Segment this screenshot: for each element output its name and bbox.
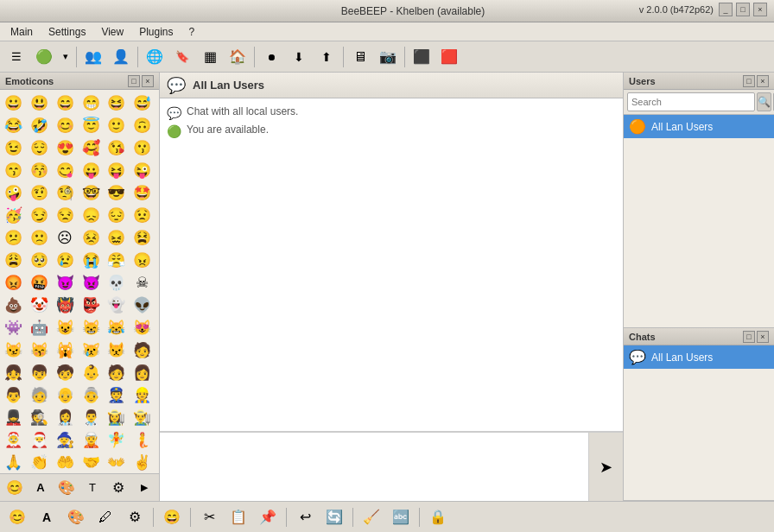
- emoji-cell[interactable]: 🤝: [80, 452, 102, 473]
- emoji-cell[interactable]: 😼: [3, 339, 24, 361]
- emoji-cell[interactable]: 👷: [131, 384, 153, 406]
- emoji-cell[interactable]: 🥳: [3, 205, 24, 226]
- emoji-cell[interactable]: 🤲: [54, 452, 76, 473]
- qr-button[interactable]: ⬛: [409, 44, 435, 70]
- emoji-cell[interactable]: 😏: [29, 205, 50, 226]
- emoji-cell[interactable]: 😍: [54, 137, 76, 159]
- statusbar-undo-button[interactable]: ↩: [293, 505, 317, 529]
- emoji-cell[interactable]: 🧑: [105, 362, 127, 383]
- emoji-cell[interactable]: 😊: [54, 115, 76, 136]
- emoji-cell[interactable]: 🙀: [54, 339, 76, 361]
- settings-tab-button[interactable]: ⚙: [107, 476, 130, 500]
- emoji-cell[interactable]: 👶: [80, 362, 102, 383]
- statusbar-clear-button[interactable]: 🧹: [359, 505, 384, 529]
- home-button[interactable]: 🏠: [225, 44, 251, 70]
- emoji-cell[interactable]: 😄: [54, 92, 76, 114]
- menu-plugins[interactable]: Plugins: [132, 24, 180, 40]
- emoji-cell[interactable]: 👨: [3, 384, 24, 406]
- emoji-cell[interactable]: 😋: [54, 160, 76, 181]
- emoji-cell[interactable]: 🙃: [131, 115, 153, 136]
- emoji-cell[interactable]: 🤩: [131, 182, 153, 204]
- status-dropdown-button[interactable]: ▾: [59, 44, 73, 70]
- emoji-cell[interactable]: 😗: [131, 137, 153, 159]
- emoji-cell[interactable]: 👮: [105, 384, 127, 406]
- statusbar-color-button[interactable]: 🎨: [64, 505, 88, 529]
- emoji-cell[interactable]: 👐: [105, 452, 127, 473]
- emoji-cell[interactable]: 😇: [80, 115, 102, 136]
- download-button[interactable]: ⬇: [286, 44, 312, 70]
- emoji-cell[interactable]: ☹: [54, 227, 76, 249]
- menu-settings[interactable]: Settings: [41, 24, 92, 40]
- menu-help[interactable]: ?: [182, 24, 202, 40]
- tetris-button[interactable]: 🟥: [436, 44, 462, 70]
- chat-input[interactable]: [160, 433, 588, 501]
- status-online-button[interactable]: 🟢: [31, 44, 57, 70]
- record-button[interactable]: ⏺: [258, 44, 284, 70]
- statusbar-copy-button[interactable]: 📋: [226, 505, 251, 529]
- emoji-cell[interactable]: 😻: [131, 317, 153, 339]
- users-close-button[interactable]: ×: [757, 75, 769, 87]
- emoji-cell[interactable]: 😂: [3, 115, 24, 136]
- emoji-cell[interactable]: 👵: [80, 384, 102, 406]
- close-button[interactable]: ×: [753, 3, 767, 16]
- emoji-cell[interactable]: 😿: [80, 339, 102, 361]
- chats-close-button[interactable]: ×: [757, 331, 769, 343]
- emoji-cell[interactable]: 😤: [105, 250, 127, 271]
- users-minimize-button[interactable]: □: [743, 75, 755, 87]
- minimize-button[interactable]: _: [719, 3, 733, 16]
- emoji-cell[interactable]: 👻: [105, 294, 127, 316]
- camera-button[interactable]: 📷: [375, 44, 401, 70]
- statusbar-spell-button[interactable]: 🔤: [389, 505, 413, 529]
- chat-item-all-lan[interactable]: 💬 All Lan Users: [624, 345, 774, 369]
- font-tab-button[interactable]: A: [29, 476, 52, 500]
- emoji-cell[interactable]: 🤪: [3, 182, 24, 204]
- emoji-cell[interactable]: 💩: [3, 294, 24, 316]
- emoji-cell[interactable]: 😠: [131, 250, 153, 271]
- emoji-cell[interactable]: 👺: [80, 294, 102, 316]
- emoji-cell[interactable]: 😁: [80, 92, 102, 114]
- emoji-cell[interactable]: ✌: [131, 452, 153, 473]
- chats-minimize-button[interactable]: □: [743, 331, 755, 343]
- emoji-cell[interactable]: 👏: [29, 452, 50, 473]
- emoji-cell[interactable]: 👹: [54, 294, 76, 316]
- emoji-cell[interactable]: 🧐: [54, 182, 76, 204]
- chat-group-button[interactable]: ▦: [197, 44, 223, 70]
- emoji-cell[interactable]: 🧒: [54, 362, 76, 383]
- emoji-cell[interactable]: 🤨: [29, 182, 50, 204]
- emoji-cell[interactable]: 🤣: [29, 115, 50, 136]
- contacts-button[interactable]: 👥: [80, 44, 106, 70]
- search-button[interactable]: 🔍: [757, 92, 771, 111]
- emoji-cell[interactable]: 😞: [80, 205, 102, 226]
- emoji-cell[interactable]: 🧙: [54, 429, 76, 451]
- emoji-cell[interactable]: 😃: [29, 92, 50, 114]
- smiley-tab-button[interactable]: 😊: [3, 476, 26, 500]
- emoji-cell[interactable]: 😺: [54, 317, 76, 339]
- emoji-cell[interactable]: 🕵: [29, 407, 50, 428]
- emoji-cell[interactable]: 😾: [105, 339, 127, 361]
- emoji-cell[interactable]: 🤡: [29, 294, 50, 316]
- emoji-cell[interactable]: 🙏: [3, 452, 24, 473]
- emoji-cell[interactable]: 👾: [3, 317, 24, 339]
- emoji-cell[interactable]: 😛: [80, 160, 102, 181]
- emoji-cell[interactable]: 😀: [3, 92, 24, 114]
- emoji-cell[interactable]: 👽: [131, 294, 153, 316]
- emoji-cell[interactable]: 👩: [131, 362, 153, 383]
- emoji-cell[interactable]: 🙂: [105, 115, 127, 136]
- emoji-cell[interactable]: 🥰: [80, 137, 102, 159]
- emoji-cell[interactable]: 💂: [3, 407, 24, 428]
- emoji-cell[interactable]: 😩: [3, 250, 24, 271]
- emoji-cell[interactable]: 😸: [80, 317, 102, 339]
- emoji-cell[interactable]: 👿: [80, 272, 102, 294]
- emoticons-close-button[interactable]: ×: [142, 75, 154, 87]
- emoji-cell[interactable]: 🤶: [3, 429, 24, 451]
- statusbar-encrypt-button[interactable]: 🔒: [426, 505, 450, 529]
- emoji-cell[interactable]: 😟: [131, 205, 153, 226]
- statusbar-style-button[interactable]: 🖊: [93, 505, 117, 529]
- search-input[interactable]: [627, 92, 755, 111]
- emoji-cell[interactable]: 👴: [54, 384, 76, 406]
- emoji-cell[interactable]: 🧜: [131, 429, 153, 451]
- emoji-cell[interactable]: 😡: [3, 272, 24, 294]
- emoji-cell[interactable]: 🎅: [29, 429, 50, 451]
- emoji-cell[interactable]: 👦: [29, 362, 50, 383]
- monitor-button[interactable]: 🖥: [347, 44, 373, 70]
